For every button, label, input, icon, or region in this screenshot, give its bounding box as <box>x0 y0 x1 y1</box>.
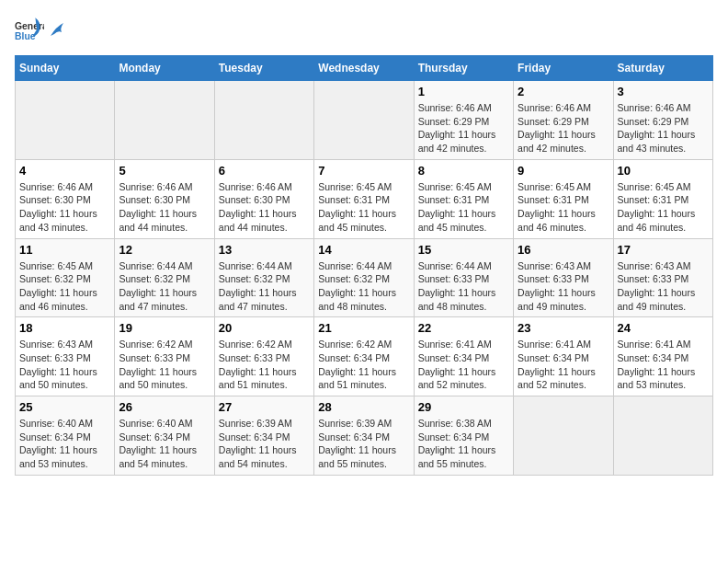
day-info: Sunrise: 6:38 AMSunset: 6:34 PMDaylight:… <box>418 417 509 471</box>
day-info: Sunrise: 6:43 AMSunset: 6:33 PMDaylight:… <box>618 259 709 314</box>
calendar-cell: 14Sunrise: 6:44 AMSunset: 6:32 PMDayligh… <box>314 238 414 317</box>
sunset-text: Sunset: 6:34 PM <box>219 431 290 442</box>
sunset-text: Sunset: 6:32 PM <box>219 273 290 284</box>
column-header-monday: Monday <box>115 56 214 81</box>
daylight-text: Daylight: 11 hours and 54 minutes. <box>119 444 197 469</box>
day-info: Sunrise: 6:46 AMSunset: 6:30 PMDaylight:… <box>19 180 110 235</box>
column-header-thursday: Thursday <box>414 56 513 81</box>
sunrise-text: Sunrise: 6:44 AM <box>418 260 492 271</box>
sunrise-text: Sunrise: 6:46 AM <box>518 102 591 113</box>
calendar-cell: 6Sunrise: 6:46 AMSunset: 6:30 PMDaylight… <box>214 159 313 238</box>
sunrise-text: Sunrise: 6:43 AM <box>19 339 93 350</box>
day-number: 3 <box>618 85 709 98</box>
day-number: 21 <box>318 321 409 335</box>
day-info: Sunrise: 6:46 AMSunset: 6:30 PMDaylight:… <box>119 180 210 235</box>
daylight-text: Daylight: 11 hours and 43 minutes. <box>618 129 696 154</box>
daylight-text: Daylight: 11 hours and 44 minutes. <box>219 208 297 233</box>
sunrise-text: Sunrise: 6:38 AM <box>418 418 492 429</box>
logo-bird-icon <box>49 19 65 40</box>
daylight-text: Daylight: 11 hours and 49 minutes. <box>618 287 696 312</box>
column-header-wednesday: Wednesday <box>314 56 414 81</box>
calendar-cell <box>514 396 613 476</box>
sunrise-text: Sunrise: 6:41 AM <box>518 339 591 350</box>
day-number: 10 <box>618 164 709 178</box>
sunrise-text: Sunrise: 6:44 AM <box>119 260 192 271</box>
day-number: 13 <box>219 243 310 257</box>
day-number: 2 <box>518 85 609 98</box>
day-info: Sunrise: 6:46 AMSunset: 6:29 PMDaylight:… <box>518 101 609 155</box>
logo: General Blue <box>15 15 66 44</box>
calendar-week-row: 1Sunrise: 6:46 AMSunset: 6:29 PMDaylight… <box>16 81 713 160</box>
sunset-text: Sunset: 6:30 PM <box>119 194 190 205</box>
daylight-text: Daylight: 11 hours and 53 minutes. <box>19 444 97 469</box>
sunrise-text: Sunrise: 6:46 AM <box>19 181 93 192</box>
day-info: Sunrise: 6:43 AMSunset: 6:33 PMDaylight:… <box>19 338 110 392</box>
calendar-cell: 2Sunrise: 6:46 AMSunset: 6:29 PMDaylight… <box>514 81 613 160</box>
sunset-text: Sunset: 6:34 PM <box>19 431 91 442</box>
day-number: 22 <box>418 321 509 335</box>
day-number: 7 <box>318 164 409 178</box>
column-header-sunday: Sunday <box>16 56 115 81</box>
sunrise-text: Sunrise: 6:39 AM <box>318 418 392 429</box>
sunset-text: Sunset: 6:34 PM <box>518 352 589 363</box>
calendar-cell: 23Sunrise: 6:41 AMSunset: 6:34 PMDayligh… <box>514 317 613 396</box>
calendar-cell: 9Sunrise: 6:45 AMSunset: 6:31 PMDaylight… <box>514 159 613 238</box>
sunrise-text: Sunrise: 6:42 AM <box>318 339 392 350</box>
day-info: Sunrise: 6:41 AMSunset: 6:34 PMDaylight:… <box>618 338 709 392</box>
day-number: 11 <box>19 243 110 257</box>
calendar-week-row: 11Sunrise: 6:45 AMSunset: 6:32 PMDayligh… <box>16 238 713 317</box>
sunset-text: Sunset: 6:31 PM <box>318 194 390 205</box>
sunrise-text: Sunrise: 6:40 AM <box>19 418 93 429</box>
calendar-cell: 21Sunrise: 6:42 AMSunset: 6:34 PMDayligh… <box>314 317 414 396</box>
column-header-tuesday: Tuesday <box>214 56 313 81</box>
sunset-text: Sunset: 6:31 PM <box>418 194 490 205</box>
sunset-text: Sunset: 6:32 PM <box>119 273 190 284</box>
daylight-text: Daylight: 11 hours and 45 minutes. <box>418 208 496 233</box>
calendar-week-row: 18Sunrise: 6:43 AMSunset: 6:33 PMDayligh… <box>16 317 713 396</box>
page-header: General Blue <box>15 15 713 44</box>
daylight-text: Daylight: 11 hours and 42 minutes. <box>418 129 496 154</box>
daylight-text: Daylight: 11 hours and 52 minutes. <box>518 366 596 391</box>
calendar-cell: 29Sunrise: 6:38 AMSunset: 6:34 PMDayligh… <box>414 396 513 476</box>
day-number: 25 <box>19 400 110 414</box>
sunrise-text: Sunrise: 6:46 AM <box>119 181 192 192</box>
sunrise-text: Sunrise: 6:39 AM <box>219 418 292 429</box>
calendar-week-row: 25Sunrise: 6:40 AMSunset: 6:34 PMDayligh… <box>16 396 713 476</box>
sunrise-text: Sunrise: 6:42 AM <box>119 339 192 350</box>
day-number: 17 <box>618 243 709 257</box>
daylight-text: Daylight: 11 hours and 44 minutes. <box>119 208 197 233</box>
calendar-cell: 4Sunrise: 6:46 AMSunset: 6:30 PMDaylight… <box>16 159 115 238</box>
sunrise-text: Sunrise: 6:46 AM <box>618 102 691 113</box>
day-info: Sunrise: 6:41 AMSunset: 6:34 PMDaylight:… <box>518 338 609 392</box>
sunset-text: Sunset: 6:29 PM <box>618 116 689 127</box>
sunrise-text: Sunrise: 6:45 AM <box>518 181 591 192</box>
sunrise-text: Sunrise: 6:43 AM <box>618 260 691 271</box>
day-info: Sunrise: 6:39 AMSunset: 6:34 PMDaylight:… <box>219 417 310 471</box>
day-info: Sunrise: 6:43 AMSunset: 6:33 PMDaylight:… <box>518 259 609 314</box>
daylight-text: Daylight: 11 hours and 47 minutes. <box>119 287 197 312</box>
day-number: 18 <box>19 321 110 335</box>
calendar-cell: 17Sunrise: 6:43 AMSunset: 6:33 PMDayligh… <box>613 238 712 317</box>
day-info: Sunrise: 6:44 AMSunset: 6:32 PMDaylight:… <box>318 259 409 314</box>
calendar-cell: 1Sunrise: 6:46 AMSunset: 6:29 PMDaylight… <box>414 81 513 160</box>
day-info: Sunrise: 6:40 AMSunset: 6:34 PMDaylight:… <box>119 417 210 471</box>
calendar-cell: 5Sunrise: 6:46 AMSunset: 6:30 PMDaylight… <box>115 159 214 238</box>
sunrise-text: Sunrise: 6:46 AM <box>219 181 292 192</box>
daylight-text: Daylight: 11 hours and 50 minutes. <box>19 366 97 391</box>
day-number: 19 <box>119 321 210 335</box>
daylight-text: Daylight: 11 hours and 43 minutes. <box>19 208 97 233</box>
sunset-text: Sunset: 6:32 PM <box>19 273 91 284</box>
calendar-week-row: 4Sunrise: 6:46 AMSunset: 6:30 PMDaylight… <box>16 159 713 238</box>
day-info: Sunrise: 6:45 AMSunset: 6:31 PMDaylight:… <box>618 180 709 235</box>
calendar-cell: 13Sunrise: 6:44 AMSunset: 6:32 PMDayligh… <box>214 238 313 317</box>
calendar-cell <box>214 81 313 160</box>
calendar-cell: 28Sunrise: 6:39 AMSunset: 6:34 PMDayligh… <box>314 396 414 476</box>
calendar-cell <box>613 396 712 476</box>
day-number: 6 <box>219 164 310 178</box>
daylight-text: Daylight: 11 hours and 42 minutes. <box>518 129 596 154</box>
sunset-text: Sunset: 6:30 PM <box>19 194 91 205</box>
logo-icon: General Blue <box>15 15 44 44</box>
day-number: 24 <box>618 321 709 335</box>
sunrise-text: Sunrise: 6:45 AM <box>19 260 93 271</box>
calendar-cell: 10Sunrise: 6:45 AMSunset: 6:31 PMDayligh… <box>613 159 712 238</box>
